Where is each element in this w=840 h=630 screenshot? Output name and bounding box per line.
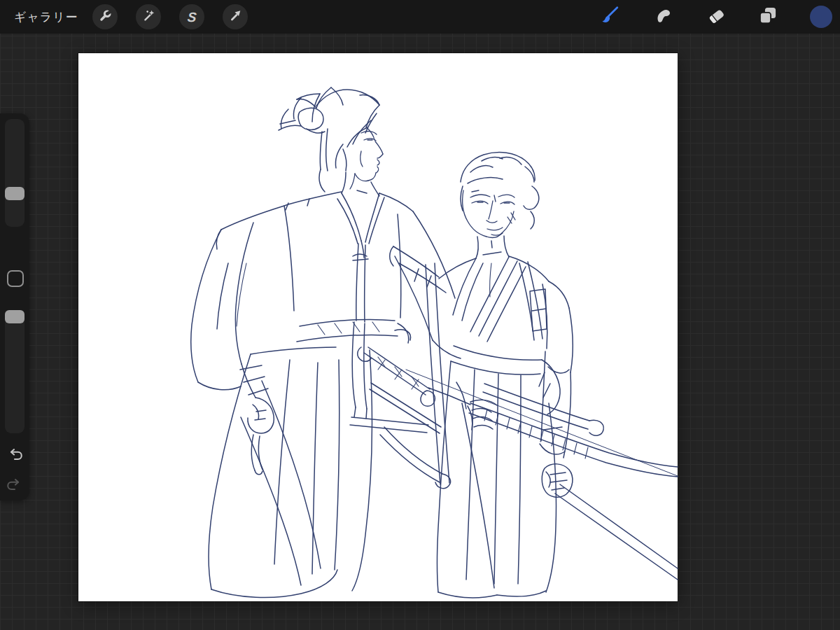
transform-arrow-icon [227, 8, 243, 26]
drawing-canvas[interactable] [78, 53, 678, 601]
smudge-finger-icon [654, 6, 673, 28]
transform-button[interactable] [223, 4, 248, 29]
redo-arrow-icon [6, 476, 24, 497]
eraser-icon [706, 6, 726, 28]
gallery-button[interactable]: ギャラリー [14, 0, 78, 34]
layers-button[interactable] [757, 6, 779, 28]
layers-icon [758, 6, 778, 28]
smudge-tool-button[interactable] [652, 6, 675, 28]
procreate-workspace: { "topbar": { "gallery_label": "ギャラリー", … [0, 0, 840, 630]
erase-tool-button[interactable] [705, 6, 727, 28]
opacity-handle[interactable] [5, 310, 24, 323]
redo-button[interactable] [4, 475, 26, 498]
selection-s-icon: S [187, 10, 197, 24]
adjustments-button[interactable] [136, 4, 161, 29]
modify-button[interactable] [7, 270, 24, 287]
top-toolbar: ギャラリー S [0, 0, 840, 34]
actions-button[interactable] [92, 4, 118, 29]
paint-tool-button[interactable] [598, 6, 620, 28]
selection-button[interactable]: S [179, 4, 204, 29]
opacity-slider[interactable] [5, 310, 24, 433]
brush-sidebar [0, 113, 29, 500]
magic-wand-icon [141, 8, 156, 26]
brush-size-handle[interactable] [5, 187, 24, 200]
wrench-icon [97, 8, 113, 26]
undo-arrow-icon [6, 446, 24, 467]
brush-icon [598, 5, 620, 29]
brush-size-slider[interactable] [5, 119, 24, 227]
undo-button[interactable] [4, 445, 26, 468]
color-swatch-button[interactable] [810, 6, 832, 28]
samurai-sketch-artwork [78, 53, 678, 601]
